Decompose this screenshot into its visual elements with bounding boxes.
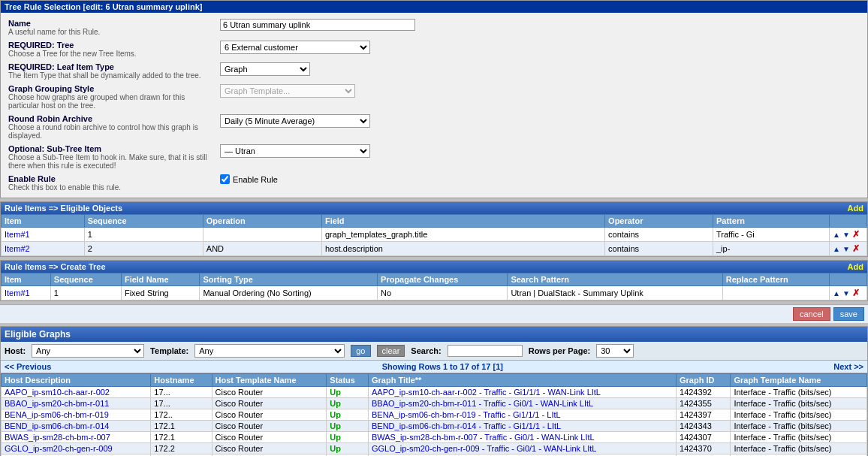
- sorttype-cell: Manual Ordering (No Sorting): [200, 286, 378, 300]
- subtree-select[interactable]: — Utran: [220, 144, 370, 158]
- graph-title-link[interactable]: GGLO_ip-sm20-ch-gen-r-009 - Traffic - Gi…: [372, 444, 597, 453]
- eligible-objects-header: Rule Items => Eligible Objects Add: [1, 202, 867, 214]
- field-cell: host.description: [321, 242, 604, 256]
- leaf-item-type-row: REQUIRED: Leaf Item Type The Item Type t…: [5, 61, 863, 81]
- table-row: AAPO_ip-sm10-ch-aar-r-002 17... Cisco Ro…: [2, 387, 867, 398]
- arrow-down-icon[interactable]: ▼: [842, 245, 850, 253]
- graph-template-cell: Interface - Traffic (bits/sec): [731, 398, 867, 409]
- enable-rule-checkbox-label[interactable]: Enable Rule: [220, 174, 860, 184]
- graph-template-cell: Interface - Traffic (bits/sec): [731, 421, 867, 432]
- name-input[interactable]: [220, 19, 415, 31]
- graph-grouping-select[interactable]: Graph Template...: [220, 84, 355, 98]
- host-desc-link[interactable]: BBAO_ip-sm20-ch-bm-r-011: [5, 399, 109, 408]
- col-field: Field: [321, 215, 604, 228]
- clear-button[interactable]: clear: [377, 345, 405, 357]
- graph-id-cell: 1424392: [677, 387, 731, 398]
- graph-title-link[interactable]: BWAS_ip-sm28-ch-bm-r-007 - Traffic - Gi0…: [372, 433, 595, 442]
- item-link[interactable]: Item#1: [5, 288, 30, 297]
- seq-cell: 1: [84, 228, 203, 242]
- search-input[interactable]: [448, 345, 523, 357]
- host-desc-cell: GGLO_ip-sm20-ch-gen-r-009: [2, 443, 151, 454]
- graph-title-link[interactable]: BENA_ip-sm06-ch-bm-r-019 - Traffic - Gi1…: [372, 410, 561, 419]
- arrow-up-icon[interactable]: ▲: [833, 231, 840, 239]
- host-select[interactable]: Any: [32, 344, 144, 358]
- next-link-top[interactable]: Next >>: [833, 362, 863, 371]
- arrow-up-icon[interactable]: ▲: [833, 245, 840, 253]
- host-desc-link[interactable]: BENA_ip-sm06-ch-bm-r-019: [5, 410, 109, 419]
- item-cell: Item#1: [2, 228, 85, 242]
- host-desc-link[interactable]: BWAS_ip-sm28-ch-bm-r-007: [5, 433, 110, 442]
- graph-title-cell: BENA_ip-sm06-ch-bm-r-019 - Traffic - Gi1…: [368, 409, 676, 421]
- prev-link-top[interactable]: << Previous: [5, 362, 51, 371]
- arrow-down-icon[interactable]: ▼: [842, 289, 850, 297]
- graph-id-cell: 1424307: [677, 432, 731, 443]
- create-tree-header: Rule Items => Create Tree Add: [1, 261, 867, 273]
- subtree-row: Optional: Sub-Tree Item Choose a Sub-Tre…: [5, 143, 863, 171]
- status-cell: Up: [327, 443, 369, 454]
- round-robin-desc: Choose a round robin archive to control …: [8, 123, 212, 140]
- col-searchpat: Search Pattern: [508, 273, 722, 286]
- status-cell: Up: [327, 387, 369, 398]
- graph-title-link[interactable]: BBAO_ip-sm20-ch-bm-r-011 - Traffic - Gi0…: [372, 399, 593, 408]
- col-replacepat: Replace Pattern: [722, 273, 829, 286]
- field-cell: graph_templates_graph.title: [321, 228, 604, 242]
- eligible-graphs-title: Eligible Graphs: [5, 329, 71, 340]
- panel-header: Tree Rule Selection [edit: 6 Utran summa…: [1, 1, 867, 13]
- item-link[interactable]: Item#1: [5, 230, 30, 239]
- rows-per-page-select[interactable]: 30: [596, 344, 634, 358]
- graph-id-cell: 1424355: [677, 398, 731, 409]
- panel-title: Tree Rule Selection [edit: 6 Utran summa…: [5, 2, 202, 11]
- subtree-desc: Choose a Sub-Tree Item to hook in. Make …: [8, 153, 212, 170]
- col-fieldname: Field Name: [121, 273, 200, 286]
- item-link[interactable]: Item#2: [5, 244, 30, 253]
- table-row: BENA_ip-sm06-ch-bm-r-019 172.. Cisco Rou…: [2, 409, 867, 421]
- graph-title-cell: GGLO_ip-sm20-ch-gen-r-009 - Traffic - Gi…: [368, 443, 676, 454]
- host-desc-link[interactable]: AAPO_ip-sm10-ch-aar-r-002: [5, 388, 110, 397]
- host-template-cell: Cisco Router: [212, 387, 327, 398]
- delete-icon[interactable]: ✗: [852, 229, 860, 240]
- form-table: Name A useful name for this Rule. REQUIR…: [1, 13, 867, 198]
- status-cell: Up: [327, 421, 369, 432]
- operator-cell: contains: [605, 242, 713, 256]
- tree-select[interactable]: 6 External customer: [220, 41, 370, 54]
- page-nav-top: << Previous Showing Rows 1 to 17 of 17 […: [1, 361, 867, 373]
- col-seq2: Sequence: [50, 273, 121, 286]
- arrow-down-icon[interactable]: ▼: [842, 231, 850, 239]
- go-button[interactable]: go: [351, 345, 370, 357]
- host-desc-link[interactable]: BEND_ip-sm06-ch-bm-r-014: [5, 421, 109, 430]
- save-button[interactable]: save: [833, 307, 864, 321]
- col-graph-id: Graph ID: [677, 374, 731, 387]
- host-desc-link[interactable]: GGLO_ip-sm20-ch-gen-r-009: [5, 444, 113, 453]
- host-desc-cell: BWAS_ip-sm28-ch-bm-r-007: [2, 432, 151, 443]
- tree-desc: Choose a Tree for the new Tree Items.: [8, 50, 212, 58]
- template-select[interactable]: Any: [194, 344, 345, 358]
- round-robin-select[interactable]: Daily (5 Minute Average): [220, 114, 370, 128]
- col-hostname: Hostname: [151, 374, 212, 387]
- eligible-objects-title: Rule Items => Eligible Objects: [5, 204, 122, 213]
- col-operation: Operation: [203, 215, 321, 228]
- name-row: Name A useful name for this Rule.: [5, 17, 863, 38]
- fieldname-cell: Fixed String: [121, 286, 200, 300]
- enable-rule-checkbox[interactable]: [220, 174, 230, 184]
- item-cell: Item#1: [2, 286, 51, 300]
- host-template-cell: Cisco Router: [212, 432, 327, 443]
- template-label: Template:: [150, 346, 188, 355]
- host-template-cell: Cisco Router: [212, 398, 327, 409]
- cancel-button[interactable]: cancel: [793, 307, 830, 321]
- eligible-table-header-row: Host Description Hostname Host Template …: [2, 374, 867, 387]
- graph-title-link[interactable]: AAPO_ip-sm10-ch-aar-r-002 - Traffic - Gi…: [372, 388, 601, 397]
- eligible-objects-add-link[interactable]: Add: [848, 204, 863, 213]
- arrow-up-icon[interactable]: ▲: [833, 289, 840, 297]
- host-template-cell: Cisco Router: [212, 421, 327, 432]
- create-tree-add-link[interactable]: Add: [848, 262, 863, 271]
- delete-icon[interactable]: ✗: [852, 288, 860, 298]
- delete-icon[interactable]: ✗: [852, 243, 860, 254]
- hostname-cell: 172.2: [151, 443, 212, 454]
- name-label: Name: [8, 19, 212, 28]
- leaf-type-select[interactable]: Graph: [220, 62, 310, 76]
- host-desc-cell: BEND_ip-sm06-ch-bm-r-014: [2, 421, 151, 432]
- host-label: Host:: [5, 346, 26, 355]
- graph-title-link[interactable]: BEND_ip-sm06-ch-bm-r-014 - Traffic - Gi1…: [372, 421, 561, 430]
- graph-template-cell: Interface - Traffic (bits/sec): [731, 443, 867, 454]
- propagate-cell: No: [378, 286, 508, 300]
